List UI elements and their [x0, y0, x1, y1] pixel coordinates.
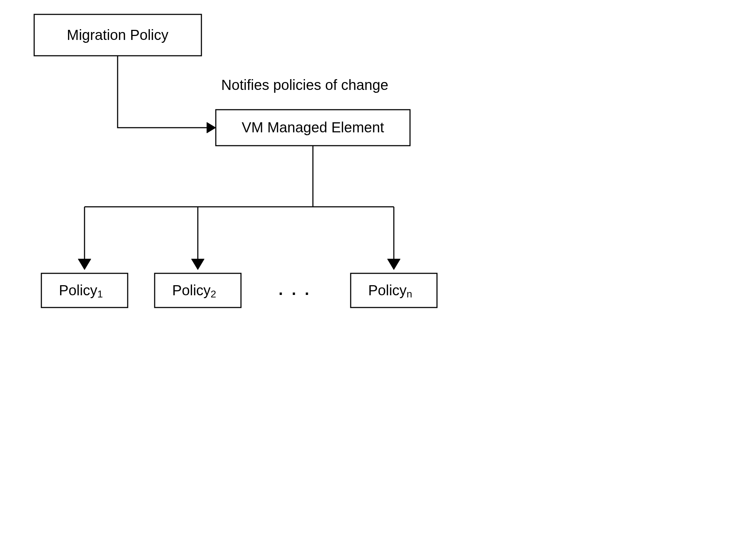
migration-policy-label: Migration Policy	[67, 27, 168, 43]
policy-1-label: Policy1	[59, 282, 103, 300]
policy-2-label: Policy2	[172, 282, 216, 300]
policy-n-label: Policyn	[368, 282, 412, 300]
ellipsis-label: . . .	[278, 281, 311, 298]
arrowhead-to-policy-1	[78, 259, 91, 270]
diagram-canvas: Migration Policy Notifies policies of ch…	[0, 0, 756, 542]
arrowhead-migration-to-vm	[207, 122, 216, 133]
notifies-label: Notifies policies of change	[221, 77, 388, 93]
vm-managed-element-label: VM Managed Element	[242, 119, 384, 135]
arrowhead-to-policy-2	[191, 259, 204, 270]
connector-migration-to-vm	[118, 56, 207, 128]
arrowhead-to-policy-n	[387, 259, 400, 270]
